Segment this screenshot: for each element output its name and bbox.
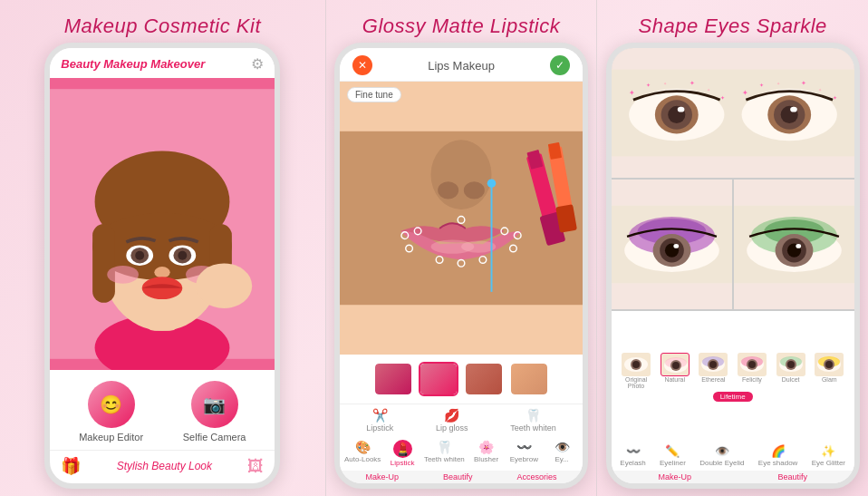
svg-point-100 xyxy=(787,361,795,368)
svg-point-88 xyxy=(672,362,680,369)
face-illustration xyxy=(50,78,275,370)
svg-text:✦: ✦ xyxy=(690,80,695,86)
eye-cell-mid-right xyxy=(734,180,854,309)
swatch-2[interactable] xyxy=(419,362,458,396)
tab-eye-glitter[interactable]: ✨ Eye Glitter xyxy=(812,444,845,467)
tab-eye-label: Ey... xyxy=(555,455,568,463)
svg-point-96 xyxy=(748,361,756,368)
svg-text:✦: ✦ xyxy=(758,83,763,88)
phone-frame-1: Beauty Makeup Makeover ⚙ xyxy=(44,43,280,489)
svg-point-73 xyxy=(673,244,679,248)
style-felicity[interactable]: Felicity xyxy=(738,353,767,389)
tab-eyebrow[interactable]: 〰️ Eyebrow xyxy=(507,440,540,467)
style-natural[interactable]: Natural xyxy=(661,353,690,389)
fine-tune-label: Fine tune xyxy=(355,90,393,100)
phone2-tabs-top: ✂️ Lipstick 💋 Lip gloss 🦷 Teeth whiten xyxy=(340,404,583,436)
tab-eyelash-label: Eyelash xyxy=(620,459,645,467)
eyebrow-icon: 〰️ xyxy=(516,440,532,454)
swatch-color-3 xyxy=(466,364,502,394)
tab-lipstick-tool[interactable]: ✂️ Lipstick xyxy=(366,408,393,433)
lipstick-main-icon: 💄 xyxy=(393,440,412,458)
phone1-actions: 😊 Makeup Editor 📷 Selfie Camera xyxy=(50,370,275,450)
style-ethereal-label: Ethereal xyxy=(701,376,725,383)
fine-tune-button[interactable]: Fine tune xyxy=(347,87,401,102)
tab-eye-shadow[interactable]: 🌈 Eye shadow xyxy=(758,444,798,467)
confirm-button[interactable]: ✓ xyxy=(550,55,570,75)
svg-point-21 xyxy=(438,181,458,199)
tab-lipstick-tool-label: Lipstick xyxy=(366,423,393,433)
tab-blusher-label: Blusher xyxy=(474,455,498,463)
style-glam[interactable]: Glam xyxy=(815,353,844,389)
tab-eyelash[interactable]: 〰️ Eyelash xyxy=(620,444,645,467)
tab-blusher[interactable]: 🌸 Blusher xyxy=(470,440,503,467)
svg-point-20 xyxy=(431,140,492,209)
panel-lipstick: Glossy Matte Lipstick ✕ Lips Makeup ✓ xyxy=(326,0,597,496)
swatch-3[interactable] xyxy=(464,362,504,396)
svg-text:✦: ✦ xyxy=(817,88,821,92)
phone3-tabs-bottom: 〰️ Eyelash ✏️ Eyeliner 👁️ Double Eyelid … xyxy=(612,441,854,471)
svg-point-48 xyxy=(677,107,684,112)
tab-eye[interactable]: 👁️ Ey... xyxy=(545,440,578,467)
swatch-1[interactable] xyxy=(373,362,413,396)
svg-point-84 xyxy=(632,361,640,368)
tab-lipstick-main[interactable]: 💄 Lipstick xyxy=(386,440,419,467)
style-natural-label: Natural xyxy=(664,376,685,383)
makeup-editor-button[interactable]: 😊 Makeup Editor xyxy=(79,381,143,443)
tab-teeth-whiten[interactable]: 🦷 Teeth whiten xyxy=(510,408,556,433)
eye-style-selector: Original Photo Natural xyxy=(612,311,854,441)
tab-eye-glitter-label: Eye Glitter xyxy=(812,459,845,467)
tab-eyebrow-label: Eyebrow xyxy=(510,455,538,463)
double-eyelid-icon: 👁️ xyxy=(715,444,729,458)
svg-text:✦: ✦ xyxy=(741,89,747,97)
panel2-title: Glossy Matte Lipstick xyxy=(353,7,569,43)
gear-icon[interactable]: ⚙ xyxy=(251,55,264,73)
svg-text:✦: ✦ xyxy=(629,89,635,97)
tab-double-eyelid[interactable]: 👁️ Double Eyelid xyxy=(699,444,744,467)
app-title: Beauty Makeup Makeover xyxy=(61,57,205,71)
svg-point-16 xyxy=(108,266,140,284)
style-glam-label: Glam xyxy=(822,376,837,383)
style-ethereal[interactable]: Ethereal xyxy=(699,353,728,389)
style-dulcet[interactable]: Dulcet xyxy=(776,353,805,389)
selfie-camera-button[interactable]: 📷 Selfie Camera xyxy=(183,381,246,443)
makeup-editor-label: Makeup Editor xyxy=(79,432,143,443)
lips-svg xyxy=(340,82,583,355)
tab-lipgloss[interactable]: 💋 Lip gloss xyxy=(436,408,468,433)
svg-text:✦: ✦ xyxy=(646,83,651,88)
tab-eyeliner[interactable]: ✏️ Eyeliner xyxy=(660,444,686,467)
tab-teeth-whiten-main[interactable]: 🦷 Teeth whiten xyxy=(424,440,465,467)
style-photo-label: Photo xyxy=(628,383,644,389)
eye-green-svg xyxy=(734,180,854,309)
phone2-header: ✕ Lips Makeup ✓ xyxy=(340,48,583,82)
style-original[interactable]: Original Photo xyxy=(622,353,651,389)
tab-lipstick-main-label: Lipstick xyxy=(391,459,415,467)
svg-point-59 xyxy=(790,107,797,112)
svg-point-81 xyxy=(796,244,801,248)
eye-cell-mid-left xyxy=(612,180,732,309)
close-icon: ✕ xyxy=(358,59,367,72)
tab-autolooks[interactable]: 🎨 Auto-Looks xyxy=(344,440,381,467)
phone2-tabs-bottom: 🎨 Auto-Looks 💄 Lipstick 🦷 Teeth whiten 🌸… xyxy=(340,436,583,471)
eye-glitter-icon: ✨ xyxy=(821,444,835,458)
swatch-4[interactable] xyxy=(509,362,549,396)
section-accessories: Accesories xyxy=(516,472,556,481)
selfie-camera-icon: 📷 xyxy=(191,381,238,428)
swatch-color-2 xyxy=(420,364,457,394)
svg-point-36 xyxy=(487,179,497,188)
close-button[interactable]: ✕ xyxy=(352,55,372,75)
style-original-label: Original xyxy=(625,376,647,383)
svg-rect-6 xyxy=(92,224,115,303)
selfie-camera-label: Selfie Camera xyxy=(183,432,246,443)
tab-teeth-whiten-main-label: Teeth whiten xyxy=(424,455,465,463)
svg-text:✦: ✦ xyxy=(800,80,805,86)
blusher-icon: 🌸 xyxy=(478,440,494,454)
tab-lipgloss-label: Lip gloss xyxy=(436,423,468,433)
phone-frame-3: ✦ ✦ ✦ ✦ ✦ ✦ ✦ ✦ ✦ xyxy=(606,43,860,489)
phone1-header: Beauty Makeup Makeover ⚙ xyxy=(50,48,275,78)
svg-point-24 xyxy=(461,240,496,252)
color-swatches xyxy=(340,355,583,404)
svg-point-22 xyxy=(464,181,485,199)
svg-point-13 xyxy=(178,251,188,260)
swatch-color-4 xyxy=(511,364,547,394)
svg-text:✦: ✦ xyxy=(707,88,710,92)
